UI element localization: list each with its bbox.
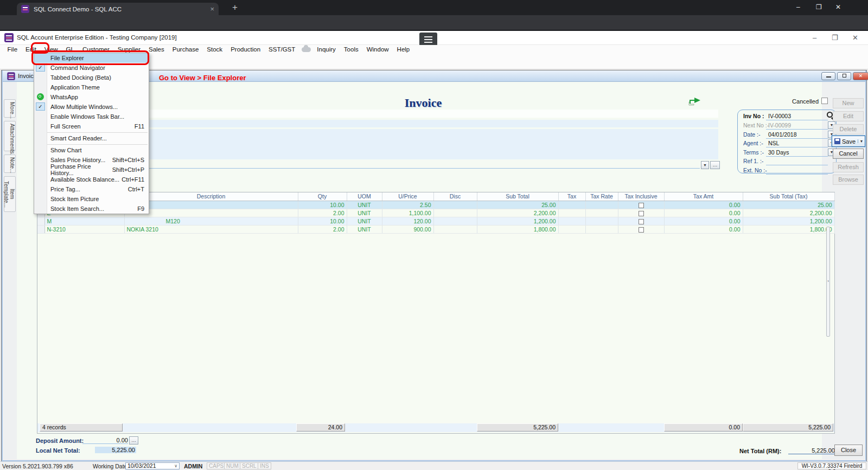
tax-inclusive-checkbox[interactable]	[639, 227, 644, 233]
col-uprice[interactable]: U/Price	[382, 192, 433, 201]
scrl-indicator: SCRL	[240, 462, 259, 469]
new-tab-button[interactable]: +	[232, 2, 238, 13]
tax-inclusive-checkbox[interactable]	[639, 219, 644, 224]
menu-item-enable-windows-taskbar[interactable]: Enable Windows Task Bar...	[34, 112, 149, 121]
description-ellipsis-button[interactable]: …	[710, 161, 720, 169]
session-hamburger-button[interactable]	[419, 33, 437, 46]
col-description[interactable]: Description	[124, 192, 298, 201]
menu-window[interactable]: Window	[362, 46, 393, 53]
inv-no-value[interactable]: IV-00003	[768, 113, 826, 119]
ref1-label: Ref 1. :-	[743, 158, 763, 164]
col-tax-rate[interactable]: Tax Rate	[585, 192, 618, 201]
date-value[interactable]: 04/01/2018	[768, 131, 826, 138]
menu-item-smart-card-reader[interactable]: Smart Card Reader...	[34, 133, 149, 143]
agent-value[interactable]: NSL	[768, 140, 826, 146]
menu-item-tabbed-docking[interactable]: Tabbed Docking (Beta)	[34, 73, 149, 82]
tax-inclusive-checkbox[interactable]	[639, 203, 644, 208]
invoice-info-panel: Inv No : IV-00003 Next No :- IV-00099 ▼ …	[737, 110, 837, 173]
menu-purchase[interactable]: Purchase	[168, 46, 203, 53]
ext-no-field[interactable]	[766, 174, 828, 175]
col-tax-inclusive[interactable]: Tax Inclusive	[618, 192, 664, 201]
invoice-maximize-button[interactable]	[837, 72, 851, 80]
browser-minimize-button[interactable]: –	[796, 3, 800, 11]
browser-close-button[interactable]: ✕	[835, 3, 841, 11]
refresh-button[interactable]: Refresh	[833, 162, 864, 172]
cloud-icon[interactable]	[302, 47, 311, 52]
menu-item-show-chart[interactable]: Show Chart	[34, 145, 149, 155]
col-subtotal[interactable]: Sub Total	[477, 192, 558, 201]
cancel-button[interactable]: Cancel	[833, 149, 864, 159]
app-title: SQL Account Enterprise Edition - Testing…	[17, 34, 177, 41]
save-dropdown-icon[interactable]: ▼	[858, 139, 865, 143]
menu-file[interactable]: File	[3, 46, 22, 53]
menu-item-purchase-price-history[interactable]: Purchase Price History...Shift+Ctrl+P	[34, 165, 149, 175]
cancelled-checkbox[interactable]	[821, 98, 828, 104]
menu-sstgst[interactable]: SST/GST	[265, 46, 299, 53]
edit-button[interactable]: Edit	[833, 111, 864, 121]
customer-field[interactable]	[85, 110, 718, 118]
address-field[interactable]	[85, 129, 718, 159]
tab-more[interactable]: More...	[4, 99, 16, 118]
user-name: ADMIN	[184, 463, 202, 469]
table-row[interactable]: E 2.00 UNIT 1,100.00 2,200.00 0.00 2,200…	[37, 209, 834, 217]
tab-attachments[interactable]: Attachments...	[4, 121, 16, 151]
menu-help[interactable]: Help	[393, 46, 414, 53]
table-row[interactable]: ▶ A 10.00 UNIT 2.50 25.00 0.00 25.00	[37, 201, 834, 209]
menu-item-available-stock-balance[interactable]: Available Stock Balance...Ctrl+F11	[34, 175, 149, 184]
invoice-window-icon	[7, 72, 15, 80]
working-date-combobox[interactable]: 10/03/2021∨	[125, 462, 180, 469]
terms-value[interactable]: 30 Days	[768, 149, 826, 156]
tab-item-template[interactable]: Item Template...	[4, 176, 16, 212]
table-row[interactable]: N-3210 NOKIA 3210 2.00 UNIT 900.00 1,800…	[37, 225, 834, 233]
new-button[interactable]: New	[833, 98, 864, 108]
menu-production[interactable]: Production	[227, 46, 265, 53]
tab-note[interactable]: Note...	[4, 154, 16, 173]
app-close-button[interactable]: ✕	[852, 34, 858, 42]
menu-item-stock-item-search[interactable]: Stock Item Search...F9	[34, 204, 149, 214]
description-field[interactable]	[85, 161, 700, 169]
browser-maximize-button[interactable]: ❐	[816, 3, 822, 11]
browser-tab[interactable]: SQL Connect Demo - SQL ACC ×	[17, 3, 219, 15]
tab-favicon-icon	[21, 5, 29, 13]
col-disc[interactable]: Disc	[433, 192, 477, 201]
save-button[interactable]: Save ▼	[832, 136, 865, 147]
menu-inquiry[interactable]: Inquiry	[313, 46, 340, 53]
description-dropdown-icon[interactable]: ▼	[701, 161, 709, 169]
share-arrow-icon[interactable]	[688, 96, 701, 108]
menu-item-allow-multiple-windows[interactable]: ✓Allow Multiple Windows...	[34, 102, 149, 112]
panel-splitter[interactable]: ›	[826, 227, 830, 337]
invoice-close-button[interactable]: ✕	[853, 72, 868, 80]
app-maximize-button[interactable]: ❐	[832, 34, 838, 42]
table-row[interactable]: M M120 10.00 UNIT 120.00 1,200.00 0.00 1…	[37, 217, 834, 225]
address-line1-field[interactable]	[85, 120, 718, 127]
col-tax-amt[interactable]: Tax Amt	[664, 192, 743, 201]
app-minimize-button[interactable]: –	[813, 34, 816, 42]
menu-item-stock-item-picture[interactable]: Stock Item Picture	[34, 194, 149, 204]
next-no-label: Next No :-	[743, 122, 769, 128]
terms-label: Terms :-	[743, 149, 764, 156]
menu-item-full-screen[interactable]: Full ScreenF11	[34, 121, 149, 131]
menu-item-application-theme[interactable]: Application Theme	[34, 82, 149, 92]
col-uom[interactable]: UOM	[347, 192, 382, 201]
deposit-amount-value[interactable]: 0.00	[82, 437, 128, 444]
tax-inclusive-checkbox[interactable]	[639, 211, 644, 216]
deposit-ellipsis-button[interactable]: …	[129, 436, 138, 445]
col-tax[interactable]: Tax	[558, 192, 585, 201]
invoice-minimize-button[interactable]	[821, 72, 835, 80]
tab-close-icon[interactable]: ×	[210, 5, 214, 13]
menu-tools[interactable]: Tools	[340, 46, 362, 53]
net-total-value: 5,225.00	[788, 447, 835, 454]
delete-button[interactable]: Delete	[833, 124, 864, 134]
close-button[interactable]: Close	[834, 445, 863, 456]
grid-header-row[interactable]: ≡ Description Qty UOM U/Price Disc Sub T…	[37, 192, 834, 201]
qty-total: 24.00	[296, 423, 345, 432]
menu-stock[interactable]: Stock	[203, 46, 227, 53]
col-subtotal-tax[interactable]: Sub Total (Tax)	[743, 192, 834, 201]
col-qty[interactable]: Qty	[298, 192, 347, 201]
menu-item-price-tag[interactable]: Price Tag...Ctrl+T	[34, 184, 149, 194]
menu-item-whatsapp[interactable]: WhatsApp	[34, 92, 149, 102]
view-menu-dropdown: File Explorer ✓Command Navigator Tabbed …	[34, 53, 149, 214]
browse-button[interactable]: Browse	[833, 175, 864, 185]
next-no-value: IV-00099	[768, 122, 826, 128]
inv-no-label: Inv No :	[743, 113, 764, 119]
